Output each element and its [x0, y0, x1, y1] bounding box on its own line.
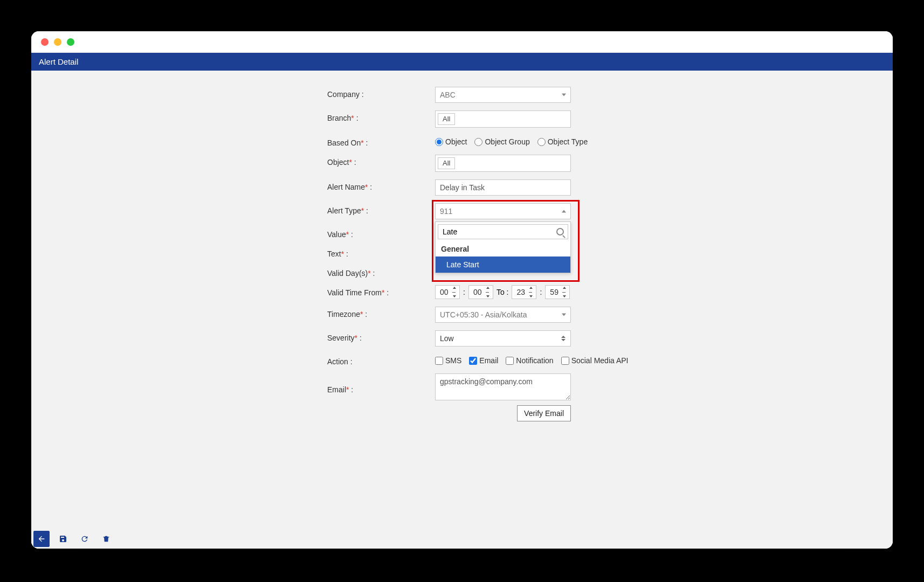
label-severity: Severity* : [327, 330, 430, 342]
time-to-hour[interactable]: 23 [512, 285, 536, 299]
company-select[interactable]: ABC [435, 87, 571, 103]
alert-type-dropdown: General Late Start [435, 221, 571, 273]
label-email: Email* : [327, 373, 430, 394]
refresh-icon [80, 535, 89, 543]
label-valid-days: Valid Day(s)* : [327, 266, 430, 278]
email-input[interactable] [435, 373, 571, 400]
label-object: Object* : [327, 155, 430, 167]
severity-select[interactable]: Low [435, 330, 571, 347]
dropdown-item-late-start[interactable]: Late Start [436, 257, 570, 273]
object-input[interactable]: All [435, 155, 571, 172]
label-alert-name: Alert Name* : [327, 179, 430, 191]
label-timezone: Timezone* : [327, 307, 430, 318]
label-branch: Branch* : [327, 110, 430, 122]
timezone-select[interactable]: UTC+05:30 - Asia/Kolkata [435, 307, 571, 323]
label-action: Action : [327, 354, 430, 366]
delete-button[interactable] [98, 531, 114, 547]
window-close-button[interactable] [41, 38, 49, 46]
radio-object-type[interactable]: Object Type [537, 137, 588, 146]
radio-object[interactable]: Object [435, 137, 467, 146]
object-tag[interactable]: All [438, 157, 455, 169]
window-minimize-button[interactable] [54, 38, 61, 46]
search-icon [556, 228, 564, 235]
window-maximize-button[interactable] [67, 38, 74, 46]
chk-sms[interactable]: SMS [435, 356, 461, 365]
dropdown-group: General [436, 241, 570, 257]
save-icon [59, 535, 67, 543]
alert-type-search-input[interactable] [438, 224, 568, 239]
label-value: Value* : [327, 227, 430, 239]
save-button[interactable] [55, 531, 71, 547]
valid-time-row: 00 : 00 To : 23 : 59 [435, 285, 608, 299]
time-from-hour[interactable]: 00 [435, 285, 460, 299]
back-button[interactable] [33, 531, 50, 547]
chk-email[interactable]: Email [469, 356, 498, 365]
time-from-min[interactable]: 00 [468, 285, 493, 299]
label-company: Company : [327, 87, 430, 99]
trash-icon [102, 535, 111, 543]
company-value: ABC [440, 91, 456, 99]
branch-input[interactable]: All [435, 110, 571, 128]
arrow-left-icon [37, 535, 46, 543]
alert-name-input[interactable] [435, 179, 571, 196]
time-to-min[interactable]: 59 [545, 285, 570, 299]
app-window: Alert Detail Company : ABC Branch* : All… [31, 31, 893, 549]
alert-type-select[interactable]: 911 [435, 203, 571, 219]
refresh-button[interactable] [77, 531, 93, 547]
alert-form: Company : ABC Branch* : All Based On* : … [327, 87, 597, 421]
label-text: Text* : [327, 246, 430, 258]
content-area: Alert Detail Company : ABC Branch* : All… [31, 53, 893, 549]
branch-tag[interactable]: All [438, 113, 455, 125]
verify-email-button[interactable]: Verify Email [517, 405, 571, 421]
footer-toolbar [31, 529, 893, 549]
chk-social[interactable]: Social Media API [561, 356, 629, 365]
panel-title: Alert Detail [31, 53, 893, 71]
label-valid-time-from: Valid Time From* : [327, 285, 430, 297]
based-on-radios: Object Object Group Object Type [435, 135, 608, 146]
label-to: To : [497, 288, 509, 296]
chk-notification[interactable]: Notification [506, 356, 553, 365]
label-alert-type: Alert Type* : [327, 203, 430, 215]
window-titlebar [31, 31, 893, 53]
action-checkboxes: SMS Email Notification Social Media API [435, 354, 629, 365]
radio-object-group[interactable]: Object Group [474, 137, 529, 146]
label-based-on: Based On* : [327, 135, 430, 147]
alert-type-value: 911 [440, 207, 452, 216]
